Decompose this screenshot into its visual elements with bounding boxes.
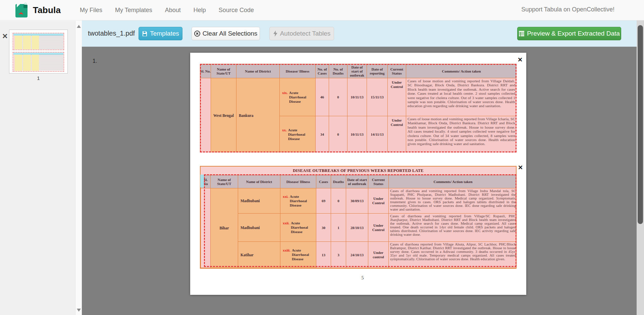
document-filename: twotables_1.pdf [88,30,135,37]
nav-item-about[interactable]: About [159,3,187,17]
clear-all-selections-button[interactable]: Clear All Selections [192,27,260,40]
viewer-page-marker: 1. [93,58,97,64]
selection-box-2[interactable] [204,174,517,267]
circle-x-icon [194,31,200,37]
autodetect-tables-button[interactable]: Autodetect Tables [269,27,334,40]
table-icon [519,31,525,37]
pdf-viewer: 1. Sl. No. Name of State/UT Name of Dist… [82,47,637,315]
unselected-header-sliver [200,175,204,187]
close-icon[interactable]: ✕ [2,32,8,40]
scroll-down-icon[interactable] [77,309,81,312]
brand-title: Tabula [33,5,61,15]
preview-export-button[interactable]: Preview & Export Extracted Data [517,27,621,40]
autodetect-button-label: Autodetect Tables [280,30,331,37]
scrollbar-thumb[interactable] [638,25,643,224]
pdf-page[interactable]: Sl. No. Name of State/UT Name of Distric… [190,53,526,295]
lightning-icon [273,31,278,37]
tabula-app: Tabula My Files My Templates About Help … [0,0,644,315]
toolbar: twotables_1.pdf Templates Clear All Sele… [82,20,644,47]
thumbnail-selection-2[interactable] [13,52,64,72]
nav-item-help[interactable]: Help [187,3,212,17]
selection-box-1[interactable] [200,64,517,152]
selection-2-close-icon[interactable]: ✕ [518,165,523,171]
thumbnail-sidebar: ✕ 1 [0,21,82,315]
nav-menu: My Files My Templates About Help Source … [73,3,260,17]
selection-1-close-icon[interactable]: ✕ [518,57,523,63]
mini-table-body [13,36,63,49]
templates-button-label: Templates [150,30,179,37]
window-scrollbar[interactable] [637,20,644,315]
thumbnail-selection-1[interactable] [13,33,64,50]
nav-item-my-templates[interactable]: My Templates [109,3,159,17]
clear-button-label: Clear All Selections [203,30,258,37]
template-icon [142,31,148,37]
pdf-page-number: 5 [346,275,379,281]
nav-item-my-files[interactable]: My Files [73,3,109,17]
scroll-up-icon[interactable] [77,25,81,28]
sidebar-scrollbar[interactable] [75,21,82,315]
nav-item-source-code[interactable]: Source Code [212,3,260,17]
mini-table-body [13,55,63,71]
thumbnail-page-number: 1 [9,75,68,81]
tabula-logo-icon [15,3,29,17]
page-thumbnail[interactable] [9,30,68,74]
export-button-label: Preview & Export Extracted Data [527,30,620,37]
table-2-title: DISEASE OUTBREAKS OF PREVIOUS WEEKS REPO… [201,167,516,175]
support-link[interactable]: Support Tabula on OpenCollective! [521,6,614,13]
templates-button[interactable]: Templates [139,27,182,40]
navbar: Tabula My Files My Templates About Help … [0,0,644,20]
